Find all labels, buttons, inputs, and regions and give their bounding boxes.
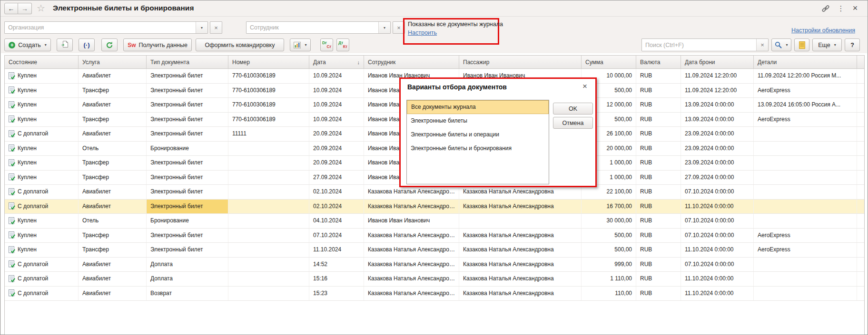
- details-cell[interactable]: [754, 258, 857, 272]
- status-cell[interactable]: С доплатой: [5, 200, 79, 214]
- table-row[interactable]: С доплатой Авиабилет Возврат 15:23 Казак…: [5, 287, 864, 301]
- doc-type-cell[interactable]: Электронный билет: [147, 69, 228, 83]
- doc-type-cell[interactable]: Электронный билет: [147, 171, 228, 185]
- status-cell[interactable]: Куплен: [5, 156, 79, 170]
- column-header-details[interactable]: Детали: [754, 56, 857, 68]
- reports-button[interactable]: ▾: [290, 38, 311, 51]
- number-cell[interactable]: [228, 185, 309, 199]
- number-cell[interactable]: [228, 142, 309, 156]
- doc-type-cell[interactable]: Электронный билет: [147, 113, 228, 127]
- doc-type-cell[interactable]: Электронный билет: [147, 156, 228, 170]
- table-row[interactable]: С доплатой Авиабилет Электронный билет 0…: [5, 200, 864, 214]
- doc-type-cell[interactable]: Электронный билет: [147, 185, 228, 199]
- employee-clear-button[interactable]: ×: [393, 21, 405, 34]
- status-cell[interactable]: Куплен: [5, 142, 79, 156]
- organization-input[interactable]: [5, 22, 196, 33]
- drcr-register-button[interactable]: Dr Cr: [320, 38, 333, 51]
- dialog-close-icon[interactable]: ×: [579, 81, 591, 92]
- currency-cell[interactable]: RUB: [636, 185, 681, 199]
- doc-type-cell[interactable]: Электронный билет: [147, 243, 228, 257]
- status-cell[interactable]: С доплатой: [5, 272, 79, 286]
- booking-date-cell[interactable]: 07.10.2024 0:00:00: [681, 258, 754, 272]
- date-cell[interactable]: 10.09.2024: [309, 84, 364, 98]
- employee-combobox[interactable]: ▾: [246, 21, 391, 34]
- post-document-button[interactable]: (·): [79, 38, 95, 51]
- currency-cell[interactable]: RUB: [636, 156, 681, 170]
- currency-cell[interactable]: RUB: [636, 171, 681, 185]
- service-cell[interactable]: Трансфер: [79, 171, 147, 185]
- currency-cell[interactable]: RUB: [636, 142, 681, 156]
- organization-combobox[interactable]: ▾: [4, 21, 208, 34]
- get-data-button[interactable]: Sw Получить данные: [123, 38, 192, 51]
- number-cell[interactable]: 770-6100306189: [228, 113, 309, 127]
- back-button[interactable]: ←: [4, 3, 18, 14]
- service-cell[interactable]: Авиабилет: [79, 287, 147, 301]
- currency-cell[interactable]: RUB: [636, 98, 681, 112]
- currency-cell[interactable]: RUB: [636, 113, 681, 127]
- status-cell[interactable]: С доплатой: [5, 127, 79, 141]
- service-cell[interactable]: Отель: [79, 214, 147, 228]
- service-cell[interactable]: Авиабилет: [79, 258, 147, 272]
- notes-button[interactable]: [794, 38, 809, 51]
- booking-date-cell[interactable]: 07.10.2024 0:00:00: [681, 214, 754, 228]
- date-cell[interactable]: 02.10.2024: [309, 185, 364, 199]
- employee-cell[interactable]: Казакова Наталья Александровна: [364, 243, 459, 257]
- column-header-date[interactable]: Дата↓: [309, 56, 364, 68]
- service-cell[interactable]: Авиабилет: [79, 127, 147, 141]
- get-link-icon[interactable]: [820, 4, 831, 13]
- service-cell[interactable]: Авиабилет: [79, 200, 147, 214]
- service-cell[interactable]: Трансфер: [79, 243, 147, 257]
- doc-type-cell[interactable]: Электронный билет: [147, 127, 228, 141]
- booking-date-cell[interactable]: 11.10.2024 0:00:00: [681, 243, 754, 257]
- number-cell[interactable]: 770-6100306189: [228, 69, 309, 83]
- amount-cell[interactable]: 500,00: [582, 229, 636, 243]
- number-cell[interactable]: 770-6100306189: [228, 84, 309, 98]
- passenger-cell[interactable]: Казакова Наталья Александровна: [459, 258, 582, 272]
- status-cell[interactable]: Куплен: [5, 69, 79, 83]
- passenger-cell[interactable]: Казакова Наталья Александровна: [459, 229, 582, 243]
- column-header-amount[interactable]: Сумма: [582, 56, 636, 68]
- number-cell[interactable]: [228, 272, 309, 286]
- help-button[interactable]: ?: [845, 38, 860, 51]
- booking-date-cell[interactable]: 07.10.2024 0:00:00: [681, 185, 754, 199]
- date-cell[interactable]: 20.09.2024: [309, 127, 364, 141]
- currency-cell[interactable]: RUB: [636, 127, 681, 141]
- date-cell[interactable]: 15:16: [309, 272, 364, 286]
- favorite-star-icon[interactable]: ☆: [37, 2, 45, 14]
- currency-cell[interactable]: RUB: [636, 214, 681, 228]
- number-cell[interactable]: [228, 243, 309, 257]
- date-cell[interactable]: 11.10.2024: [309, 243, 364, 257]
- doc-type-cell[interactable]: Бронирование: [147, 214, 228, 228]
- date-cell[interactable]: 04.10.2024: [309, 214, 364, 228]
- currency-cell[interactable]: RUB: [636, 287, 681, 301]
- table-row[interactable]: Куплен Трансфер Электронный билет 07.10.…: [5, 229, 864, 243]
- date-cell[interactable]: 10.09.2024: [309, 98, 364, 112]
- passenger-cell[interactable]: [459, 214, 582, 228]
- dialog-option[interactable]: Электронные билеты и операции: [407, 128, 549, 142]
- details-cell[interactable]: [754, 185, 857, 199]
- number-cell[interactable]: [228, 200, 309, 214]
- refresh-button[interactable]: [101, 38, 118, 51]
- service-cell[interactable]: Трансфер: [79, 156, 147, 170]
- doc-type-cell[interactable]: Доплата: [147, 272, 228, 286]
- doc-type-cell[interactable]: Электронный билет: [147, 84, 228, 98]
- currency-cell[interactable]: RUB: [636, 272, 681, 286]
- search-clear-button[interactable]: ×: [756, 39, 768, 51]
- date-cell[interactable]: 20.09.2024: [309, 142, 364, 156]
- window-close-icon[interactable]: ×: [849, 4, 861, 13]
- employee-cell[interactable]: Казакова Наталья Александровна: [364, 272, 459, 286]
- table-row[interactable]: С доплатой Авиабилет Доплата 14:52 Казак…: [5, 258, 864, 272]
- booking-date-cell[interactable]: 11.09.2024 12:20:00: [681, 69, 754, 83]
- column-header-booking-date[interactable]: Дата брони: [681, 56, 754, 68]
- column-header-status[interactable]: Состояние: [5, 56, 79, 68]
- service-cell[interactable]: Авиабилет: [79, 272, 147, 286]
- service-cell[interactable]: Трансфер: [79, 84, 147, 98]
- configure-link[interactable]: Настроить: [408, 29, 437, 36]
- ok-button[interactable]: OK: [553, 103, 593, 115]
- dialog-option[interactable]: Электронные билеты: [407, 114, 549, 128]
- details-cell[interactable]: [754, 272, 857, 286]
- forward-button[interactable]: →: [18, 3, 32, 14]
- passenger-cell[interactable]: Казакова Наталья Александровна: [459, 272, 582, 286]
- currency-cell[interactable]: RUB: [636, 200, 681, 214]
- booking-date-cell[interactable]: 23.09.2024 0:00:00: [681, 156, 754, 170]
